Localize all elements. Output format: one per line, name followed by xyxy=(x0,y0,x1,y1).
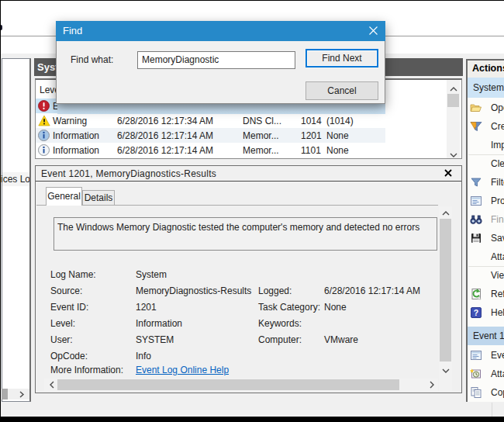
svg-text:?: ? xyxy=(474,308,478,317)
